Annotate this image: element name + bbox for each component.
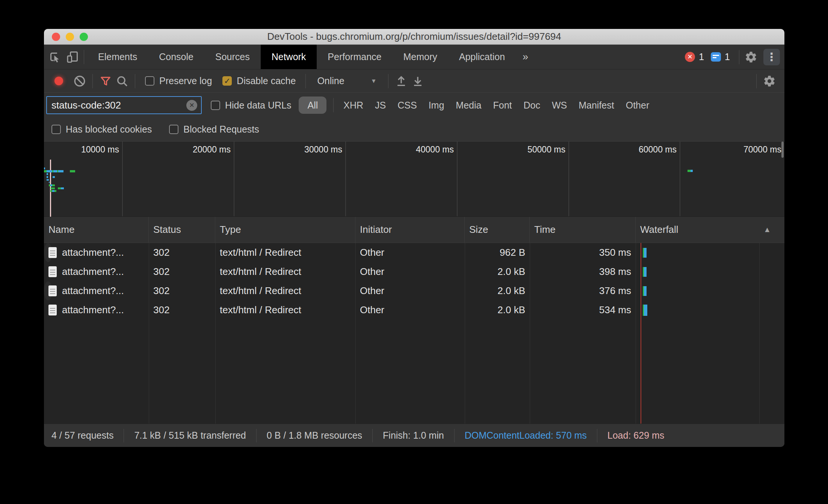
waterfall-bar[interactable] (643, 286, 647, 296)
toolbar-separator-4 (388, 74, 388, 88)
tab-console[interactable]: Console (148, 45, 204, 69)
tab-elements[interactable]: Elements (87, 45, 148, 69)
blocked-requests-checkbox[interactable] (169, 125, 178, 134)
filter-bar: status-code:302 ✕ Hide data URLs All XHR… (44, 93, 784, 118)
gear-icon (745, 51, 757, 63)
overview-request-bar (52, 184, 55, 186)
waterfall-bar[interactable] (643, 305, 647, 316)
customize-devtools-button[interactable]: ⋮ (763, 49, 780, 65)
table-row[interactable]: attachment?... 302 text/html / Redirect … (44, 243, 52, 262)
request-initiator: Other (355, 262, 465, 281)
more-tabs-button[interactable]: » (516, 45, 535, 69)
request-name: attachment?... (62, 285, 124, 297)
dcl-text: DOMContentLoaded: 570 ms (465, 430, 587, 441)
overview-request-bar (47, 170, 52, 172)
column-header-size[interactable]: Size (465, 217, 530, 243)
filter-type-ws[interactable]: WS (552, 100, 567, 111)
upload-arrow-icon (395, 75, 408, 88)
tab-sources[interactable]: Sources (204, 45, 261, 69)
table-row[interactable]: attachment?... 302 text/html / Redirect … (44, 281, 52, 300)
preserve-log-checkbox[interactable] (145, 76, 154, 86)
resources-summary: 0 B / 1.8 MB resources (267, 430, 362, 441)
timeline-tick-label: 30000 ms (282, 145, 342, 155)
network-settings-button[interactable] (761, 75, 778, 88)
filter-type-xhr[interactable]: XHR (343, 100, 363, 111)
search-button[interactable] (114, 75, 130, 88)
tab-network[interactable]: Network (261, 45, 317, 69)
import-har-button[interactable] (393, 75, 409, 88)
preserve-log-control[interactable]: Preserve log (145, 75, 212, 86)
overview-request-bar (51, 187, 55, 189)
clear-filter-button[interactable]: ✕ (186, 100, 197, 111)
has-blocked-cookies-control[interactable]: Has blocked cookies (51, 124, 152, 135)
column-header-initiator[interactable]: Initiator (355, 217, 465, 243)
request-waterfall-cell (636, 243, 784, 262)
tabbar-separator (84, 50, 84, 64)
overview-request-bar (70, 170, 75, 172)
network-overview-timeline[interactable]: 10000 ms20000 ms30000 ms40000 ms50000 ms… (44, 142, 784, 217)
statusbar-separator (256, 429, 257, 442)
throttling-value: Online (317, 75, 344, 86)
column-divider[interactable] (465, 243, 465, 424)
request-type: text/html / Redirect (215, 243, 355, 262)
statusbar-separator (597, 429, 597, 442)
filter-type-other[interactable]: Other (626, 100, 650, 111)
request-time: 376 ms (530, 281, 636, 300)
timeline-tick-label: 50000 ms (505, 145, 565, 155)
tab-performance[interactable]: Performance (317, 45, 392, 69)
blocked-requests-control[interactable]: Blocked Requests (169, 124, 259, 135)
filter-type-doc[interactable]: Doc (523, 100, 540, 111)
hide-data-urls-checkbox[interactable] (211, 101, 220, 110)
error-badge[interactable]: ✕ 1 1 (685, 51, 730, 62)
timeline-tick-label: 40000 ms (394, 145, 454, 155)
filter-type-media[interactable]: Media (456, 100, 481, 111)
clear-network-log-button[interactable] (71, 75, 88, 88)
toolbar-separator-5 (756, 74, 757, 88)
column-header-type[interactable]: Type (215, 217, 355, 243)
filter-type-font[interactable]: Font (493, 100, 512, 111)
tab-application[interactable]: Application (448, 45, 516, 69)
has-blocked-cookies-checkbox[interactable] (51, 125, 61, 134)
statusbar-separator (454, 429, 455, 442)
filter-type-img[interactable]: Img (429, 100, 444, 111)
timeline-tick-label: 60000 ms (616, 145, 677, 155)
toolbar-separator-2 (135, 74, 135, 88)
three-dots-icon: ⋮ (766, 50, 777, 63)
filter-type-manifest[interactable]: Manifest (579, 100, 614, 111)
request-size: 962 B (465, 243, 530, 262)
column-header-name[interactable]: Name (44, 217, 149, 243)
filter-type-css[interactable]: CSS (397, 100, 417, 111)
column-divider[interactable] (530, 243, 530, 424)
disable-cache-checkbox[interactable]: ✓ (222, 76, 232, 86)
throttling-dropdown[interactable]: Online ▼ (317, 75, 376, 86)
overview-scrollbar-thumb[interactable] (781, 142, 784, 158)
checkmark-icon: ✓ (224, 77, 231, 85)
filter-type-all[interactable]: All (299, 97, 326, 114)
overview-request-bar (53, 176, 55, 178)
filter-input[interactable]: status-code:302 ✕ (46, 96, 202, 114)
column-divider[interactable] (636, 243, 636, 424)
column-header-waterfall[interactable]: Waterfall ▲ (636, 217, 784, 243)
hide-data-urls-control[interactable]: Hide data URLs (211, 100, 291, 111)
waterfall-bar[interactable] (643, 248, 647, 258)
filter-type-js[interactable]: JS (375, 100, 386, 111)
waterfall-bar[interactable] (643, 267, 647, 277)
column-header-time[interactable]: Time (530, 217, 636, 243)
tab-memory[interactable]: Memory (392, 45, 448, 69)
toggle-device-toolbar-button[interactable] (63, 45, 81, 69)
filter-bar-2: Has blocked cookies Blocked Requests (44, 118, 784, 142)
record-network-log-button[interactable] (54, 77, 63, 85)
column-divider[interactable] (149, 243, 149, 424)
column-header-status[interactable]: Status (149, 217, 215, 243)
request-status: 302 (149, 262, 215, 281)
table-row[interactable]: attachment?... 302 text/html / Redirect … (44, 300, 784, 320)
column-divider[interactable] (215, 243, 216, 424)
settings-button[interactable] (742, 51, 760, 63)
filter-toggle-button[interactable] (97, 75, 114, 88)
disable-cache-control[interactable]: ✓ Disable cache (222, 75, 296, 86)
column-divider[interactable] (355, 243, 356, 424)
export-har-button[interactable] (409, 75, 426, 88)
inspect-element-button[interactable] (46, 45, 63, 69)
request-status: 302 (149, 300, 215, 320)
table-row[interactable]: attachment?... 302 text/html / Redirect … (44, 262, 784, 281)
